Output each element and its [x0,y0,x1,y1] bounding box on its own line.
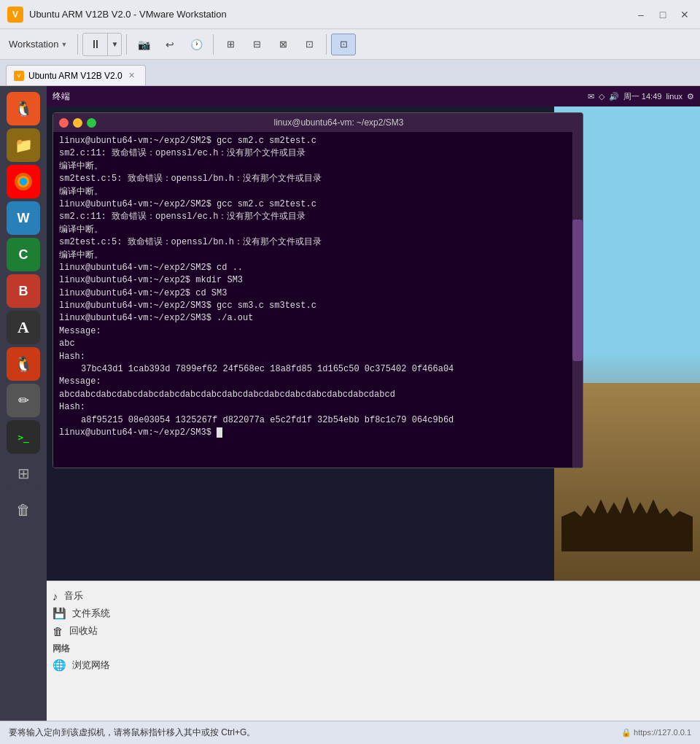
sidebar-item-ubu2[interactable]: 🐧 [7,347,40,381]
term-line-15: linux@ubuntu64-vm:~/exp2/SM3$ ./a.out [59,312,577,325]
tab-close[interactable]: ✕ [127,70,136,81]
term-line-21: abcdabcdabcdabcdabcdabcdabcdabcdabcdabcd… [59,389,577,401]
sidebar-item-base[interactable]: B [7,274,40,308]
term-max-btn[interactable] [87,118,96,128]
term-line-6: linux@ubuntu64-vm:~/exp2/SM2$ gcc sm2.c … [59,198,577,211]
sidebar-item-ubuntu[interactable]: 🐧 [7,92,40,125]
manage-snapshots-button[interactable]: 🕐 [184,34,209,55]
toolbar-sep-3 [213,34,214,55]
main-area: 🐧 📁 W C B A 🐧 ✏ >_ ⊞ 🗑 终端 ✉ ◇ 🔊 周一 14:49… [0,86,700,721]
minimize-button[interactable]: – [633,7,649,23]
sidebar: 🐧 📁 W C B A 🐧 ✏ >_ ⊞ 🗑 [0,86,47,721]
window-controls: – □ ✕ [633,7,693,23]
music-icon: ♪ [52,590,58,602]
fm-item-filesystem[interactable]: 💾 文件系统 [47,605,700,622]
vm-tab[interactable]: V Ubuntu ARM V12B V2.0 ✕ [6,65,146,85]
network-browse-icon: 🌐 [52,659,66,672]
toolbar-sep-2 [126,34,127,55]
title-bar: V Ubuntu ARM V12B V2.0 - VMware Workstat… [0,0,700,29]
status-message: 要将输入定向到该虚拟机，请将鼠标指针移入其中或按 Ctrl+G。 [9,726,255,739]
term-line-2: sm2.c:11: 致命错误：openssl/ec.h：没有那个文件或目录 [59,147,577,160]
view-button4[interactable]: ⊡ [297,34,322,55]
fm-music-label: 音乐 [64,589,83,602]
window-title: Ubuntu ARM V12B V2.0 - VMware Workstatio… [29,9,633,20]
pause-dropdown[interactable]: ▼ [108,34,121,55]
tab-label: Ubuntu ARM V12B V2.0 [28,71,122,81]
term-line-19: 37bc43d1 1cab393d 7899ef62 24f568ec 18a8… [59,363,577,376]
file-manager: ♪ 音乐 💾 文件系统 🗑 回收站 网络 🌐 浏览网络 [47,581,700,721]
term-line-7: sm2.c:11: 致命错误：openssl/ec.h：没有那个文件或目录 [59,211,577,223]
fm-network-label: 浏览网络 [72,659,110,672]
view-button2[interactable]: ⊟ [244,34,269,55]
term-min-btn[interactable] [73,118,82,128]
network-icon: ◇ [599,92,604,101]
term-line-3: 编译中断。 [59,160,577,173]
sidebar-item-firefox[interactable] [7,165,40,198]
terminal-scrollbar[interactable] [572,113,583,468]
email-icon: ✉ [588,92,594,101]
unity-button[interactable]: ⊞ [218,34,243,55]
workstation-label: Workstation [9,39,58,50]
term-close-btn[interactable] [59,118,69,128]
view-button3[interactable]: ⊠ [271,34,295,55]
vm-area[interactable]: linux@ubuntu64-vm: ~/exp2/SM3 linux@ubun… [47,106,700,721]
trash-icon-fm: 🗑 [52,625,63,638]
close-button[interactable]: ✕ [677,7,693,23]
toolbar-sep-4 [326,34,327,55]
sidebar-item-font[interactable]: A [7,311,40,344]
ubuntu-topbar-title: 终端 [52,90,588,103]
vm-content: linux@ubuntu64-vm: ~/exp2/SM3 linux@ubun… [47,106,700,721]
term-line-1: linux@ubuntu64-vm:~/exp2/SM2$ gcc sm2.c … [59,135,577,147]
volume-icon: 🔊 [609,92,619,101]
terminal-titlebar: linux@ubuntu64-vm: ~/exp2/SM3 [53,113,583,132]
pause-btn-group: ⏸ ▼ [82,33,122,56]
term-line-17: abc [59,338,577,350]
fm-item-music[interactable]: ♪ 音乐 [47,587,700,605]
term-line-9: sm2test.c:5: 致命错误：openssl/bn.h：没有那个文件或目录 [59,236,577,249]
term-line-13: linux@ubuntu64-vm:~/exp2$ cd SM3 [59,287,577,300]
svg-point-2 [20,178,27,185]
content-area: 终端 ✉ ◇ 🔊 周一 14:49 linux ⚙ [47,86,700,721]
term-line-24: linux@ubuntu64-vm:~/exp2/SM3$ [59,427,577,439]
term-line-10: 编译中断。 [59,249,577,262]
sidebar-item-files[interactable]: 📁 [7,128,40,162]
revert-snapshot-button[interactable]: ↩ [158,34,182,55]
filesystem-icon: 💾 [52,607,66,620]
toolbar-sep-1 [77,34,78,55]
term-line-20: Message: [59,376,577,388]
term-line-18: Hash: [59,351,577,363]
term-line-22: Hash: [59,401,577,414]
terminal-title: linux@ubuntu64-vm: ~/exp2/SM3 [101,117,577,128]
fm-item-network[interactable]: 🌐 浏览网络 [47,656,700,674]
ubuntu-topbar: 终端 ✉ ◇ 🔊 周一 14:49 linux ⚙ [47,86,700,106]
menu-bar: Workstation ▼ ⏸ ▼ 📷 ↩ 🕐 ⊞ ⊟ ⊠ ⊡ ⊡ [0,29,700,60]
term-cursor [217,427,222,438]
workstation-arrow: ▼ [61,41,67,48]
app-icon: V [7,7,23,23]
take-snapshot-button[interactable]: 📷 [131,34,156,55]
terminal-content[interactable]: linux@ubuntu64-vm:~/exp2/SM2$ gcc sm2.c … [53,132,583,468]
terminal-scrollbar-thumb[interactable] [572,220,583,361]
maximize-button[interactable]: □ [655,7,671,23]
network-section-label: 网络 [47,640,700,656]
pause-button[interactable]: ⏸ [83,34,108,55]
term-line-12: linux@ubuntu64-vm:~/exp2$ mkdir SM3 [59,274,577,287]
topbar-datetime: 周一 14:49 [623,91,662,102]
sidebar-item-writer[interactable]: W [7,201,40,235]
workstation-menu[interactable]: Workstation ▼ [3,36,73,53]
topbar-user: linux [666,92,682,101]
term-line-5: 编译中断。 [59,186,577,198]
fm-trash-label: 回收站 [69,624,98,638]
terminal-window: linux@ubuntu64-vm: ~/exp2/SM3 linux@ubun… [52,112,583,468]
sidebar-item-calc[interactable]: C [7,238,40,271]
fm-item-trash[interactable]: 🗑 回收站 [47,622,700,640]
settings-icon: ⚙ [687,92,694,101]
status-bar: 要将输入定向到该虚拟机，请将鼠标指针移入其中或按 Ctrl+G。 🔒 https… [0,721,700,744]
sidebar-item-terminal[interactable]: >_ [7,420,40,454]
sidebar-item-grid[interactable]: ⊞ [7,457,40,490]
term-line-4: sm2test.c:5: 致命错误：openssl/bn.h：没有那个文件或目录 [59,173,577,185]
sidebar-item-edit[interactable]: ✏ [7,384,40,417]
fullscreen-button[interactable]: ⊡ [331,34,356,55]
term-line-23: a8f95215 08e03054 1325267f d822077a e5c2… [59,414,577,427]
sidebar-item-trash[interactable]: 🗑 [7,493,40,527]
